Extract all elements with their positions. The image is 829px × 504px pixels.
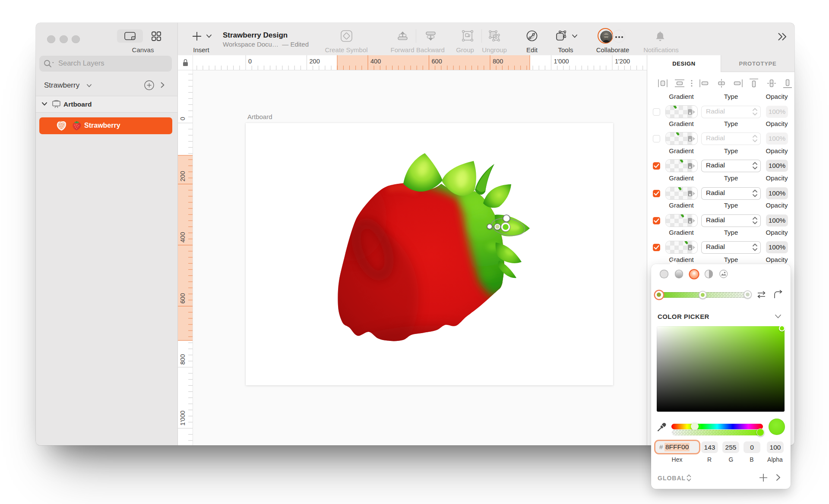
svg-text:600: 600 [432, 58, 442, 65]
svg-text:400: 400 [179, 232, 186, 243]
svg-text:0: 0 [179, 117, 186, 120]
svg-text:600: 600 [179, 293, 186, 303]
svg-text:0: 0 [248, 58, 252, 65]
svg-text:400: 400 [370, 58, 381, 65]
svg-text:1'200: 1'200 [615, 58, 630, 65]
svg-text:200: 200 [179, 171, 186, 181]
svg-text:800: 800 [493, 58, 503, 65]
svg-text:200: 200 [310, 58, 320, 65]
svg-text:1'000: 1'000 [179, 410, 186, 425]
svg-text:800: 800 [179, 354, 186, 365]
svg-text:1'000: 1'000 [554, 58, 569, 65]
